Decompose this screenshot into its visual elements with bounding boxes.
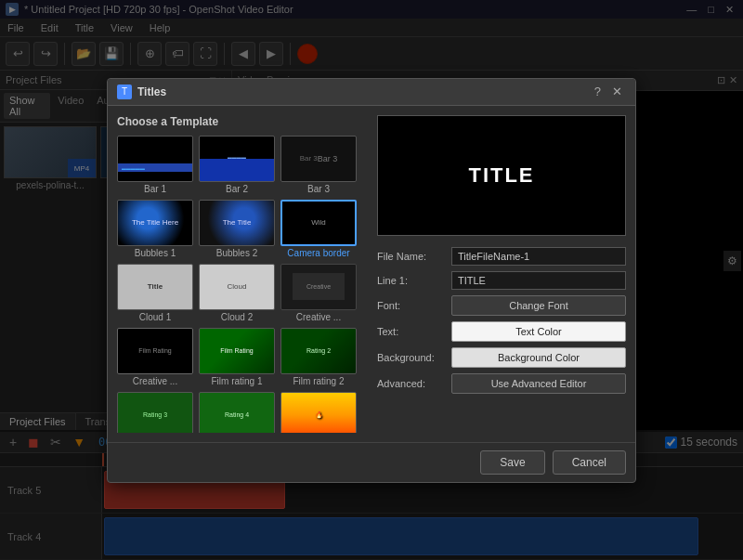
modal-footer: Save Cancel [108, 442, 635, 482]
template-film2-thumb: Rating 2 [280, 328, 357, 374]
advanced-btn-container[interactable]: Use Advanced Editor [451, 373, 626, 394]
bubbles2-text: The Title [223, 218, 252, 227]
line1-value[interactable] [451, 271, 626, 290]
film4-text: Rating 4 [225, 411, 249, 418]
titles-dialog: T Titles ? ✕ Choose a Template ━━━━━ Bar… [107, 78, 636, 483]
template-cloud2[interactable]: Cloud Cloud 2 [199, 264, 275, 322]
modal-help-btn[interactable]: ? [591, 85, 605, 98]
modal-close-btn[interactable]: ✕ [608, 85, 626, 98]
bg-color-container[interactable]: Background Color [451, 347, 626, 368]
modal-body: Choose a Template ━━━━━ Bar 1 ━━━━ Bar 2 [108, 106, 635, 442]
bar3-text: Bar 3 [300, 154, 318, 163]
template-bar3-label: Bar 3 [280, 184, 357, 194]
template-creative1-thumb: Creative [280, 264, 357, 310]
choose-template-label: Choose a Template [117, 115, 368, 128]
modal-icon: T [117, 85, 132, 99]
template-bar3[interactable]: Bar 3 Bar 3 [280, 136, 357, 194]
template-creative1-label: Creative ... [280, 312, 357, 322]
form-row-filename: File Name: [377, 247, 626, 266]
template-flames[interactable]: 🔥 Flames [280, 392, 357, 433]
creative1-inner: Creative [293, 273, 345, 300]
film2-text: Rating 2 [306, 347, 331, 354]
cancel-btn[interactable]: Cancel [553, 450, 626, 475]
filename-label: File Name: [377, 251, 451, 262]
template-film4[interactable]: Rating 4 Film rating 4 [199, 392, 275, 433]
form-row-bg: Background: Background Color [377, 347, 626, 368]
template-creative2[interactable]: Film Rating Creative ... [117, 328, 193, 386]
template-film4-thumb: Rating 4 [199, 392, 275, 433]
bg-label: Background: [377, 352, 451, 363]
bar1-text: ━━━━━ [122, 165, 145, 174]
template-camera[interactable]: Wild Camera border [280, 200, 357, 258]
template-cloud1-thumb: Title [117, 264, 193, 310]
form-row-text: Text: Text Color [377, 321, 626, 342]
template-bubbles1[interactable]: The Title Here Bubbles 1 [117, 200, 193, 258]
font-label: Font: [377, 300, 451, 311]
template-bubbles2[interactable]: The Title Bubbles 2 [199, 200, 275, 258]
template-cloud2-label: Cloud 2 [199, 312, 275, 322]
template-film1-label: Film rating 1 [199, 376, 275, 386]
modal-title: Titles [137, 85, 166, 98]
text-color-container[interactable]: Text Color [451, 321, 626, 342]
template-flames-thumb: 🔥 [280, 392, 357, 433]
film1-text: Film Rating [220, 347, 253, 354]
template-bar3-thumb: Bar 3 [280, 136, 357, 182]
template-grid: ━━━━━ Bar 1 ━━━━ Bar 2 Bar 3 [117, 136, 368, 433]
template-camera-thumb: Wild [280, 200, 357, 246]
flames-text: 🔥 [315, 411, 323, 419]
template-bubbles2-thumb: The Title [199, 200, 275, 246]
template-camera-label: Camera border [280, 248, 357, 258]
template-form: TITLE File Name: Line 1: [377, 115, 626, 433]
template-creative2-label: Creative ... [117, 376, 193, 386]
modal-header-right[interactable]: ? ✕ [591, 85, 626, 98]
modal-header: T Titles ? ✕ [108, 79, 635, 106]
advanced-label: Advanced: [377, 378, 451, 389]
cloud1-text: Title [148, 282, 163, 291]
modal-header-left: T Titles [117, 85, 166, 99]
text-label: Text: [377, 326, 451, 337]
template-film1[interactable]: Film Rating Film rating 1 [199, 328, 275, 386]
preview-title: TITLE [468, 163, 534, 188]
save-btn[interactable]: Save [480, 450, 544, 475]
preview-area: TITLE [377, 115, 626, 236]
film3-text: Rating 3 [143, 411, 167, 418]
template-creative2-thumb: Film Rating [117, 328, 193, 374]
creative2-text: Film Rating [138, 347, 171, 354]
template-bar2-thumb: ━━━━ [199, 136, 275, 182]
form-row-font: Font: Change Font [377, 295, 626, 316]
template-chooser: Choose a Template ━━━━━ Bar 1 ━━━━ Bar 2 [117, 115, 368, 433]
template-film2-label: Film rating 2 [280, 376, 357, 386]
form-row-line1: Line 1: [377, 271, 626, 290]
creative1-text: Creative [306, 283, 331, 290]
template-film1-thumb: Film Rating [199, 328, 275, 374]
advanced-editor-btn[interactable]: Use Advanced Editor [451, 373, 626, 394]
line1-input[interactable] [451, 271, 626, 290]
cloud2-text: Cloud [228, 282, 247, 291]
template-cloud1[interactable]: Title Cloud 1 [117, 264, 193, 322]
camera-text: Wild [311, 218, 326, 227]
template-bar1[interactable]: ━━━━━ Bar 1 [117, 136, 193, 194]
text-color-btn[interactable]: Text Color [451, 321, 626, 342]
form-row-advanced: Advanced: Use Advanced Editor [377, 373, 626, 394]
template-bar1-label: Bar 1 [117, 184, 193, 194]
template-bubbles2-label: Bubbles 2 [199, 248, 275, 258]
template-bubbles1-label: Bubbles 1 [117, 248, 193, 258]
bg-color-btn[interactable]: Background Color [451, 347, 626, 368]
line1-label: Line 1: [377, 275, 451, 286]
filename-input[interactable] [451, 247, 626, 266]
bubbles1-text: The Title Here [132, 218, 178, 227]
filename-value[interactable] [451, 247, 626, 266]
template-cloud1-label: Cloud 1 [117, 312, 193, 322]
change-font-btn[interactable]: Change Font [451, 295, 626, 316]
template-bar1-thumb: ━━━━━ [117, 136, 193, 182]
template-bar2[interactable]: ━━━━ Bar 2 [199, 136, 275, 194]
bar2-text: ━━━━ [228, 154, 246, 163]
font-btn-container[interactable]: Change Font [451, 295, 626, 316]
modal-overlay: T Titles ? ✕ Choose a Template ━━━━━ Bar… [0, 0, 743, 560]
template-film3-thumb: Rating 3 [117, 392, 193, 433]
template-film2[interactable]: Rating 2 Film rating 2 [280, 328, 357, 386]
template-cloud2-thumb: Cloud [199, 264, 275, 310]
template-creative1[interactable]: Creative Creative ... [280, 264, 357, 322]
template-bubbles1-thumb: The Title Here [117, 200, 193, 246]
template-film3[interactable]: Rating 3 Film rating 3 [117, 392, 193, 433]
